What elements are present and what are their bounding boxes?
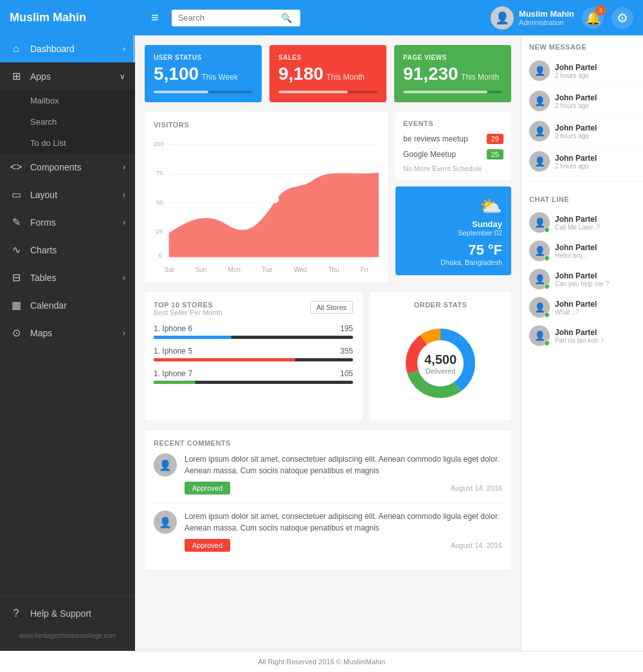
weather-temp: 75 °F [468, 242, 502, 259]
sidebar-footer: www.heritagechristiancollege.com [0, 627, 135, 644]
chat-item-2[interactable]: 👤 John Partel Hello! bro... [521, 237, 643, 265]
chart-label-wed: Wed [294, 266, 307, 273]
stat-sub: This Week [202, 73, 238, 82]
stat-bar-container [278, 91, 377, 93]
chat-info: John Partel What ..? [555, 300, 635, 316]
msg-info: John Partel 2 hours ago [555, 154, 597, 170]
online-indicator [544, 284, 550, 289]
store-name: 1. Iphone 7 [154, 369, 192, 378]
sidebar-item-layout[interactable]: ▭ Layout › [0, 181, 135, 208]
msg-item-2[interactable]: 👤 John Partel 2 hours ago [521, 86, 643, 116]
msg-time: 2 hours ago [555, 102, 597, 109]
store-bar-bg [154, 381, 353, 384]
sidebar-item-label: Forms [30, 217, 123, 228]
online-indicator [544, 312, 550, 318]
charts-icon: ∿ [10, 244, 23, 256]
event-name: Google Meetup [403, 150, 456, 159]
stores-title: TOP 10 STORES [154, 301, 222, 309]
store-row-2: 1. Iphone 5 355 [154, 347, 353, 361]
sidebar-item-apps[interactable]: ⊞ Apps ∨ [0, 62, 135, 90]
sidebar-item-forms[interactable]: ✎ Forms › [0, 208, 135, 236]
event-none: No More Event Schedule [403, 165, 503, 172]
chat-preview: Call Me Later..? [555, 224, 635, 231]
donut-chart: 4,500 Delivered [399, 322, 482, 405]
chat-item-1[interactable]: 👤 John Partel Call Me Later..? [521, 208, 643, 237]
sidebar-item-todo[interactable]: To do List [0, 132, 135, 154]
svg-text:50: 50 [156, 199, 163, 206]
store-row-1: 1. Iphone 6 195 [154, 324, 353, 339]
chart-label-sun: Sun [195, 266, 207, 273]
sidebar-item-label: Components [30, 162, 123, 172]
user-avatar: 👤 [491, 6, 514, 30]
sidebar-item-charts[interactable]: ∿ Charts [0, 236, 135, 264]
chat-item-5[interactable]: 👤 John Partel Pari na tao kori..! [521, 322, 643, 350]
donut-label: Delivered [424, 367, 457, 375]
visitors-chart-area: 100 75 50 25 0 [154, 135, 379, 264]
chat-item-4[interactable]: 👤 John Partel What ..? [521, 293, 643, 322]
msg-item-1[interactable]: 👤 John Partel 2 hours ago [521, 56, 643, 86]
msg-info: John Partel 2 hours ago [555, 123, 597, 140]
chat-avatar: 👤 [529, 269, 550, 289]
sidebar-item-tables[interactable]: ⊟ Tables › [0, 264, 135, 291]
svg-text:100: 100 [154, 140, 164, 147]
search-bar: 🔍 [172, 10, 300, 26]
all-stores-button[interactable]: All Stores [310, 301, 353, 314]
online-indicator [544, 255, 550, 261]
store-bar-fill [154, 381, 195, 384]
settings-button[interactable]: ⚙ [611, 7, 633, 29]
sidebar-item-dashboard[interactable]: ⌂ Dashboard › [0, 35, 135, 62]
approved-button-1[interactable]: Approved [185, 482, 230, 495]
online-indicator [544, 227, 550, 233]
events-weather-column: EVENTS be reviews meetup 29 Google Meetu… [395, 112, 511, 282]
row2: VISITORS 100 75 50 25 0 [145, 112, 511, 282]
sidebar-item-components[interactable]: <> Components › [0, 154, 135, 181]
svg-point-10 [272, 196, 278, 202]
sidebar-item-label: Layout [30, 190, 123, 200]
comment-body: Lorem ipsum dolor sit amet, consectetuer… [185, 511, 502, 552]
chevron-right-icon: › [123, 329, 125, 338]
comment-body: Lorem ipsum dolor sit amet, consectetuer… [185, 453, 502, 495]
stat-value: 9,180 [278, 64, 323, 84]
msg-item-3[interactable]: 👤 John Partel 2 hours ago [521, 116, 643, 147]
sidebar-item-label: Charts [30, 245, 125, 255]
comment-footer: Approved August 14, 2016 [185, 539, 502, 552]
sidebar-item-help[interactable]: ? Help & Support [0, 600, 135, 627]
visitors-chart-svg: 100 75 50 25 0 [154, 135, 379, 264]
sidebar-item-mailbox[interactable]: Mailbox [0, 90, 135, 111]
events-title: EVENTS [403, 120, 503, 127]
sidebar-item-calendar[interactable]: ▦ Calendar [0, 291, 135, 319]
chart-label-tue: Tue [262, 266, 273, 273]
chart-x-labels: Sat Sun Mon Tue Wed Thu Fri [154, 266, 379, 273]
forms-icon: ✎ [10, 216, 23, 228]
event-badge: 25 [487, 149, 503, 159]
hamburger-button[interactable]: ≡ [151, 10, 159, 25]
user-text: Muslim Mahin Administration [519, 9, 574, 26]
store-bar-fill [154, 336, 231, 339]
donut-value: 4,500 [424, 352, 457, 367]
svg-text:75: 75 [156, 169, 163, 176]
recent-comments-title: RECENT COMMENTS [154, 439, 502, 447]
store-value: 105 [340, 369, 353, 378]
msg-item-4[interactable]: 👤 John Partel 2 hours ago [521, 147, 643, 177]
store-row-3: 1. Iphone 7 105 [154, 369, 353, 384]
stat-bar [403, 91, 487, 93]
store-value: 355 [340, 347, 353, 356]
notification-button[interactable]: 🔔 3 [582, 7, 604, 29]
search-input[interactable] [178, 13, 281, 23]
sidebar-item-maps[interactable]: ⊙ Maps › [0, 319, 135, 347]
msg-avatar: 👤 [529, 151, 550, 172]
visitors-title: VISITORS [154, 121, 379, 129]
order-stats-title: ORDER STATS [414, 301, 467, 309]
recent-comments-card: RECENT COMMENTS 👤 Lorem ipsum dolor sit … [145, 430, 511, 570]
sidebar-item-label: Calendar [30, 300, 125, 311]
approved-button-2[interactable]: Approved [185, 539, 230, 552]
user-role: Administration [519, 19, 574, 26]
msg-avatar: 👤 [529, 91, 550, 111]
chat-item-3[interactable]: 👤 John Partel Can you help me ? [521, 265, 643, 293]
stat-value: 91,230 [403, 64, 458, 84]
msg-time: 2 hours ago [555, 132, 597, 140]
sidebar-sub-apps: Mailbox Search To do List [0, 90, 135, 154]
notification-badge: 3 [595, 5, 606, 15]
sidebar-item-search[interactable]: Search [0, 111, 135, 132]
comment-text: Lorem ipsum dolor sit amet, consectetuer… [185, 453, 502, 477]
